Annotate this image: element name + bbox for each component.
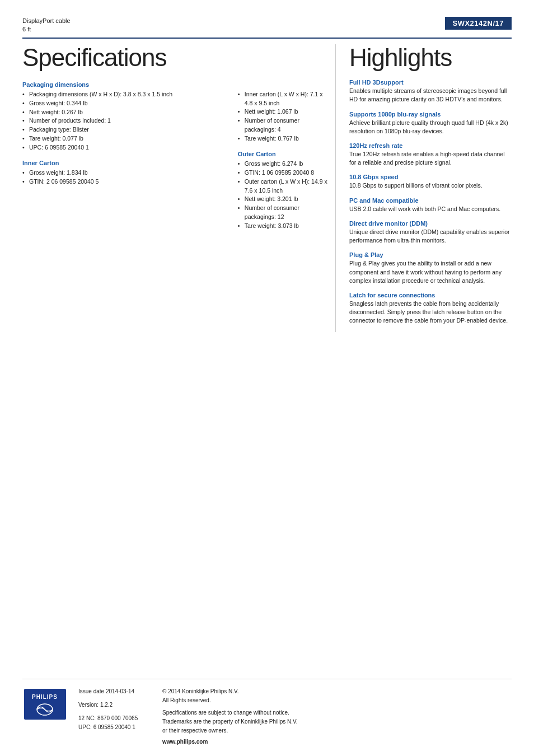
philips-logo: PHILIPS <box>22 687 67 721</box>
highlight-desc: True 120Hz refresh rate enables a high-s… <box>349 150 512 167</box>
highlight-title: Full HD 3Dsupport <box>349 79 512 86</box>
highlights-container: Full HD 3DsupportEnables multiple stream… <box>349 79 512 325</box>
product-size: 6 ft <box>22 25 71 34</box>
list-item: Outer carton (L x W x H): 14.9 x 7.6 x 1… <box>238 178 330 195</box>
highlight-item: Latch for secure connectionsSnagless lat… <box>349 292 512 325</box>
inner-carton-title: Inner Carton <box>22 160 221 166</box>
list-item: Nett weight: 1.067 lb <box>238 108 330 116</box>
list-item: Tare weight: 3.073 lb <box>238 222 330 231</box>
list-item: Number of consumer packagings: 12 <box>238 204 330 222</box>
highlight-title: Direct drive monitor (DDM) <box>349 220 512 227</box>
highlight-desc: 10.8 Gbps to support billions of vibrant… <box>349 181 512 190</box>
list-item: Number of products included: 1 <box>22 116 221 125</box>
footer-col3: © 2014 Koninklijke Philips N.V.All Right… <box>162 687 512 745</box>
highlight-item: Plug & PlayPlug & Play gives you the abi… <box>349 251 512 285</box>
list-item: Tare weight: 0.077 lb <box>22 134 221 143</box>
list-item: Nett weight: 0.267 lb <box>22 108 221 117</box>
header-divider <box>22 38 512 39</box>
list-item: Packaging type: Blister <box>22 125 221 134</box>
highlight-title: 120Hz refresh rate <box>349 142 512 149</box>
highlight-desc: USB 2.0 cable will work with both PC and… <box>349 205 512 213</box>
version: Version: 1.2.2 <box>78 701 146 710</box>
list-item: GTIN: 1 06 09585 20040 8 <box>238 169 330 178</box>
svg-text:PHILIPS: PHILIPS <box>32 694 58 700</box>
highlight-desc: Enables multiple streams of stereoscopic… <box>349 87 512 104</box>
highlight-item: 120Hz refresh rateTrue 120Hz refresh rat… <box>349 142 512 167</box>
middle-col-list: Inner carton (L x W x H): 7.1 x 4.8 x 9.… <box>238 90 330 143</box>
list-item: Number of consumer packagings: 4 <box>238 116 330 134</box>
issue-date: Issue date 2014-03-14 <box>78 687 146 696</box>
disclaimer: Specifications are subject to change wit… <box>162 708 512 735</box>
list-item: Inner carton (L x W x H): 7.1 x 4.8 x 9.… <box>238 90 330 108</box>
highlight-item: 10.8 Gbps speed10.8 Gbps to support bill… <box>349 174 512 190</box>
highlight-title: Supports 1080p blu-ray signals <box>349 111 512 118</box>
product-name: DisplayPort cable <box>22 17 71 25</box>
packaging-dimensions-section: Packaging dimensions Packaging dimension… <box>22 81 221 152</box>
highlight-item: Supports 1080p blu-ray signalsAchieve br… <box>349 111 512 136</box>
footer-meta: Issue date 2014-03-14 Version: 1.2.2 12 … <box>78 687 512 745</box>
list-item: Gross weight: 1.834 lb <box>22 169 221 178</box>
outer-carton-title: Outer Carton <box>238 151 330 157</box>
highlight-desc: Achieve brilliant picture quality throug… <box>349 119 512 136</box>
footer: PHILIPS Issue date 2014-03-14 Version: 1… <box>22 679 512 745</box>
list-item: UPC: 6 09585 20040 1 <box>22 143 221 152</box>
highlight-item: PC and Mac compatibleUSB 2.0 cable will … <box>349 197 512 213</box>
highlight-title: 10.8 Gbps speed <box>349 174 512 180</box>
list-item: GTIN: 2 06 09585 20040 5 <box>22 178 221 186</box>
list-item: Nett weight: 3.201 lb <box>238 195 330 204</box>
highlight-title: PC and Mac compatible <box>349 197 512 204</box>
highlight-desc: Plug & Play gives you the ability to ins… <box>349 259 512 285</box>
highlight-item: Direct drive monitor (DDM)Unique direct … <box>349 220 512 245</box>
website: www.philips.com <box>162 739 512 745</box>
list-item: Packaging dimensions (W x H x D): 3.8 x … <box>22 90 221 99</box>
nc-upc: 12 NC: 8670 000 70065UPC: 6 09585 20040 … <box>78 714 146 732</box>
outer-carton-section: Outer Carton Gross weight: 6.274 lbGTIN:… <box>238 151 330 230</box>
middle-column: Inner carton (L x W x H): 7.1 x 4.8 x 9.… <box>238 44 335 332</box>
highlight-item: Full HD 3DsupportEnables multiple stream… <box>349 79 512 104</box>
highlight-title: Plug & Play <box>349 251 512 258</box>
specifications-title: Specifications <box>22 44 221 71</box>
inner-carton-section: Inner Carton Gross weight: 1.834 lbGTIN:… <box>22 160 221 186</box>
list-item: Gross weight: 0.344 lb <box>22 99 221 108</box>
highlights-title: Highlights <box>349 44 512 71</box>
highlight-desc: Snagless latch prevents the cable from b… <box>349 300 512 325</box>
footer-col1: Issue date 2014-03-14 Version: 1.2.2 12 … <box>78 687 146 745</box>
outer-carton-list: Gross weight: 6.274 lbGTIN: 1 06 09585 2… <box>238 160 330 230</box>
highlight-desc: Unique direct drive monitor (DDM) capabi… <box>349 228 512 245</box>
copyright: © 2014 Koninklijke Philips N.V.All Right… <box>162 687 512 705</box>
highlight-title: Latch for secure connections <box>349 292 512 298</box>
inner-carton-list: Gross weight: 1.834 lbGTIN: 2 06 09585 2… <box>22 169 221 186</box>
model-badge: SWX2142N/17 <box>445 17 512 30</box>
list-item: Tare weight: 0.767 lb <box>238 134 330 143</box>
left-column: Specifications Packaging dimensions Pack… <box>22 44 238 332</box>
list-item: Gross weight: 6.274 lb <box>238 160 330 169</box>
product-label: DisplayPort cable 6 ft <box>22 17 71 34</box>
right-column: Highlights Full HD 3DsupportEnables mult… <box>335 44 512 332</box>
packaging-dimensions-list: Packaging dimensions (W x H x D): 3.8 x … <box>22 90 221 152</box>
packaging-dimensions-title: Packaging dimensions <box>22 81 221 88</box>
